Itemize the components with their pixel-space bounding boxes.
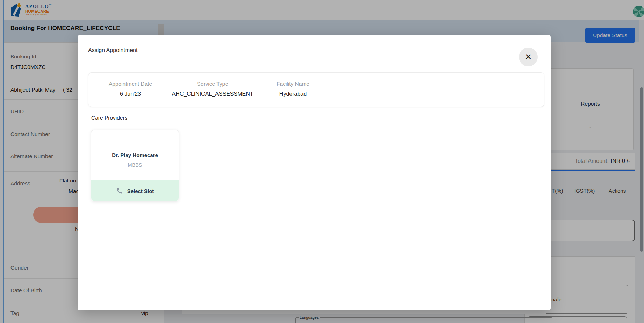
provider-qualification: MBBS [91,162,179,168]
assign-appointment-modal: Assign Appointment ✕ Appointment Date 6 … [78,35,551,310]
provider-name: Dr. Play Homecare [91,152,179,158]
service-type-field: Service Type AHC_CLINICAL_ASSESSMENT [165,81,260,97]
service-type-label: Service Type [165,81,260,87]
phone-icon [116,187,123,194]
care-provider-card[interactable]: Dr. Play Homecare MBBS Select Slot [91,130,179,202]
facility-name-label: Facility Name [260,81,326,87]
appointment-date-label: Appointment Date [95,81,165,87]
select-slot-label: Select Slot [127,188,154,194]
close-icon[interactable]: ✕ [519,48,538,66]
service-type-value: AHC_CLINICAL_ASSESSMENT [165,91,260,97]
modal-title: Assign Appointment [88,47,137,53]
facility-name-field: Facility Name Hyderabad [260,81,326,97]
facility-name-value: Hyderabad [260,91,326,97]
care-providers-heading: Care Providers [91,115,127,121]
select-slot-button[interactable]: Select Slot [91,180,179,201]
appointment-summary-card: Appointment Date 6 Jun'23 Service Type A… [88,72,544,107]
appointment-date-value: 6 Jun'23 [95,91,165,97]
appointment-date-field: Appointment Date 6 Jun'23 [95,81,165,97]
